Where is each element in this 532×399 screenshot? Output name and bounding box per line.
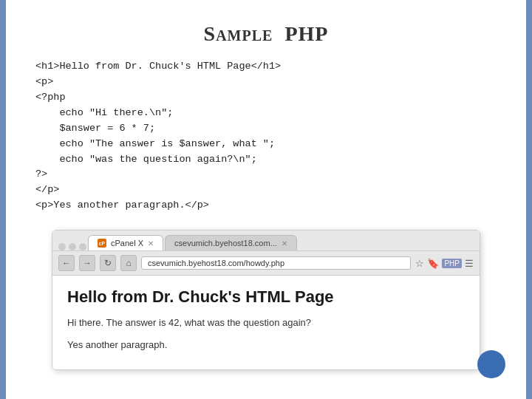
menu-icon[interactable]: ☰	[465, 258, 474, 269]
address-bar[interactable]: csevumich.byehost18.com/howdy.php	[141, 256, 411, 270]
browser-dot-red	[58, 243, 66, 250]
browser-action-icons: ☆ 🔖 PHP ☰	[415, 258, 474, 269]
browser-dot-yellow	[69, 243, 76, 250]
browser-window: cP cPanel X ✕ csevumich.byehost18.com...…	[52, 230, 480, 370]
star-icon[interactable]: ☆	[415, 258, 424, 269]
home-button[interactable]: ⌂	[120, 255, 137, 271]
page-paragraph-1: Hi there. The answer is 42, what was the…	[67, 316, 465, 330]
address-text: csevumich.byehost18.com/howdy.php	[148, 259, 284, 267]
browser-tab-1[interactable]: cP cPanel X ✕	[88, 235, 163, 250]
browser-tabs-row: cP cPanel X ✕ csevumich.byehost18.com...…	[58, 235, 474, 250]
browser-chrome: cP cPanel X ✕ csevumich.byehost18.com...…	[52, 231, 480, 251]
page-paragraph-2: Yes another paragraph.	[67, 338, 465, 352]
page-heading: Hello from Dr. Chuck's HTML Page	[67, 287, 465, 307]
browser-tab-2-label: csevumich.byehost18.com...	[174, 239, 277, 248]
refresh-button[interactable]: ↻	[100, 255, 116, 271]
back-button[interactable]: ←	[58, 255, 75, 271]
slide-title: Sample PHP	[35, 22, 497, 46]
browser-tab-1-label: cPanel X	[111, 239, 143, 248]
circle-badge	[477, 350, 505, 378]
bookmark-icon[interactable]: 🔖	[427, 258, 439, 269]
browser-toolbar: ← → ↻ ⌂ csevumich.byehost18.com/howdy.ph…	[52, 251, 480, 276]
tab-favicon-1: cP	[98, 239, 106, 248]
forward-button[interactable]: →	[79, 255, 95, 271]
browser-dots	[58, 243, 86, 250]
code-block: <h1>Hello from Dr. Chuck's HTML Page</h1…	[35, 59, 497, 214]
browser-tab-2[interactable]: csevumich.byehost18.com... ✕	[165, 235, 297, 250]
slide: Sample PHP <h1>Hello from Dr. Chuck's HT…	[0, 0, 532, 399]
browser-dot-green	[79, 243, 86, 250]
tab-close-1[interactable]: ✕	[148, 239, 154, 248]
tab-close-2[interactable]: ✕	[282, 239, 287, 248]
php-icon: PHP	[442, 259, 462, 268]
browser-content: Hello from Dr. Chuck's HTML Page Hi ther…	[52, 276, 480, 369]
